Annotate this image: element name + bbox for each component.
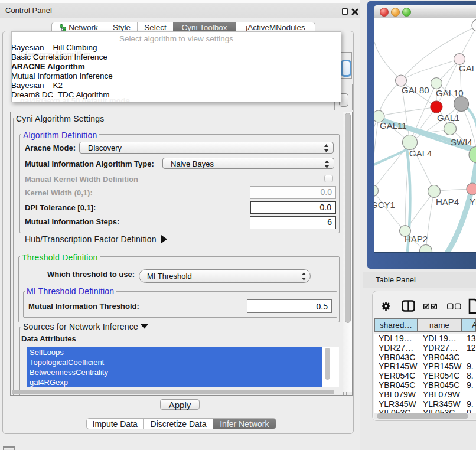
svg-text:GAL10: GAL10 — [436, 88, 464, 98]
svg-text:HAP2: HAP2 — [405, 234, 428, 244]
svg-text:GAL11: GAL11 — [380, 120, 407, 131]
svg-text:GAL8: GAL8 — [459, 63, 476, 73]
svg-text:GAL1: GAL1 — [437, 113, 459, 123]
svg-text:YE: YE — [470, 197, 476, 207]
svg-text:GAL4: GAL4 — [409, 148, 432, 158]
svg-text:HAP4: HAP4 — [436, 197, 459, 207]
svg-text:GAL80: GAL80 — [402, 85, 429, 95]
svg-text:SWI4: SWI4 — [451, 137, 472, 147]
svg-text:GCY1: GCY1 — [374, 200, 395, 210]
